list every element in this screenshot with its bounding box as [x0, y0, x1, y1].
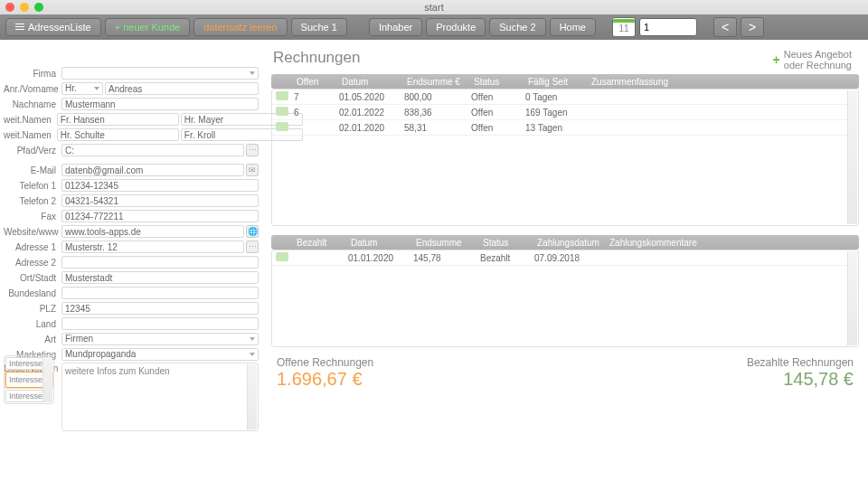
plz-input[interactable]: [61, 302, 259, 315]
open-total: Offene Rechnungen 1.696,67 €: [277, 356, 373, 390]
label-land: Land: [4, 319, 60, 329]
paid-total: Bezahlte Rechnungen 145,78 €: [747, 356, 854, 390]
interest-tag[interactable]: Interesse1: [5, 357, 52, 370]
customer-form: Firma Anr./VornameHr. Nachname weit.Name…: [0, 40, 266, 481]
email-send-button[interactable]: ✉: [246, 164, 259, 176]
search-1-button[interactable]: Suche 1: [291, 18, 347, 36]
label-tel1: Telefon 1: [4, 181, 60, 191]
web-input[interactable]: [61, 225, 244, 238]
calendar-button[interactable]: 11: [612, 17, 636, 37]
label-fax: Fax: [4, 212, 60, 222]
adr1-map-button[interactable]: ⋯: [246, 240, 259, 253]
search-2-button[interactable]: Suche 2: [489, 18, 545, 36]
list-icon: [15, 24, 24, 31]
table-row[interactable]: 02.01.202058,31Offen13 Tagen: [272, 120, 858, 136]
art-select[interactable]: Firmen: [61, 333, 259, 345]
window-titlebar: start: [0, 0, 868, 14]
weit1a-input[interactable]: [57, 113, 179, 126]
label-ort: Ort/Stadt: [4, 273, 60, 283]
interest-list[interactable]: Interesse1 Interesse2 Interesse3: [4, 355, 54, 404]
open-invoices-header: Offen Datum Endsumme € Status Fällig Sei…: [271, 74, 859, 89]
ort-input[interactable]: [61, 271, 259, 284]
owner-button[interactable]: Inhaber: [369, 18, 422, 36]
row-badge-icon: [276, 252, 288, 261]
plus-icon: +: [773, 52, 780, 67]
label-nachname: Nachname: [4, 99, 60, 109]
next-record-button[interactable]: >: [741, 17, 764, 37]
nachname-input[interactable]: [61, 98, 259, 110]
tel1-input[interactable]: [61, 179, 259, 192]
label-anr-vorname: Anr./Vorname: [4, 84, 60, 94]
label-firma: Firma: [4, 69, 60, 79]
paid-invoices-header: Bezahlt Datum Endsumme Status Zahlungsda…: [271, 235, 859, 250]
clear-record-button[interactable]: datensatz leeren: [193, 18, 287, 36]
pfad-input[interactable]: [61, 144, 244, 156]
page-number-input[interactable]: [639, 18, 697, 36]
web-open-button[interactable]: 🌐: [246, 225, 259, 238]
vorname-input[interactable]: [105, 82, 259, 95]
anrede-select[interactable]: Hr.: [61, 82, 103, 95]
label-adr1: Adresse 1: [4, 242, 60, 252]
notes-textarea[interactable]: weitere Infos zum Kunden: [61, 363, 259, 431]
open-invoices-table[interactable]: 701.05.2020800,00Offen0 Tagen 602.01.202…: [271, 89, 859, 226]
paid-invoices-table[interactable]: 01.01.2020145,78Bezahlt07.09.2018: [271, 250, 859, 347]
page-title: Rechnungen: [271, 45, 859, 74]
interest-tag[interactable]: Interesse2: [5, 372, 52, 388]
label-art: Art: [4, 335, 60, 344]
interest-tag[interactable]: Interesse3: [5, 390, 52, 402]
email-input[interactable]: [61, 164, 244, 176]
label-pfad: Pfad/Verz: [4, 146, 60, 156]
fax-input[interactable]: [61, 210, 259, 222]
label-adr2: Adresse 2: [4, 258, 60, 268]
marketing-select[interactable]: Mundpropaganda: [61, 348, 259, 361]
land-input[interactable]: [61, 317, 259, 330]
row-badge-icon: [276, 107, 288, 116]
prev-record-button[interactable]: <: [713, 17, 737, 37]
weit2a-input[interactable]: [57, 128, 179, 141]
new-offer-invoice-button[interactable]: + Neues Angebotoder Rechnung: [773, 49, 852, 71]
label-plz: PLZ: [4, 304, 60, 314]
table-row[interactable]: 602.01.2022838,36Offen169 Tagen: [272, 105, 858, 120]
row-badge-icon: [276, 122, 288, 131]
address-list-button[interactable]: AdressenListe: [5, 18, 101, 36]
row-badge-icon: [276, 91, 288, 100]
firma-select[interactable]: [61, 67, 259, 80]
label-weit2: weit.Namen: [4, 130, 55, 140]
home-button[interactable]: Home: [550, 18, 596, 36]
new-customer-button[interactable]: + neuer Kunde: [105, 18, 190, 36]
pfad-browse-button[interactable]: ⋯: [246, 144, 259, 156]
label-weit1: weit.Namen: [4, 115, 55, 125]
window-title: start: [0, 2, 868, 13]
adr2-input[interactable]: [61, 256, 259, 269]
toolbar: AdressenListe + neuer Kunde datensatz le…: [0, 14, 868, 40]
table-row[interactable]: 701.05.2020800,00Offen0 Tagen: [272, 90, 858, 105]
products-button[interactable]: Produkte: [426, 18, 486, 36]
bundesland-input[interactable]: [61, 287, 259, 299]
table-row[interactable]: 01.01.2020145,78Bezahlt07.09.2018: [272, 250, 858, 266]
label-bundesland: Bundesland: [4, 288, 60, 298]
label-email: E-Mail: [4, 165, 60, 175]
adr1-input[interactable]: [61, 240, 244, 253]
tel2-input[interactable]: [61, 194, 259, 207]
label-web: Website/www: [4, 227, 60, 237]
label-tel2: Telefon 2: [4, 196, 60, 206]
